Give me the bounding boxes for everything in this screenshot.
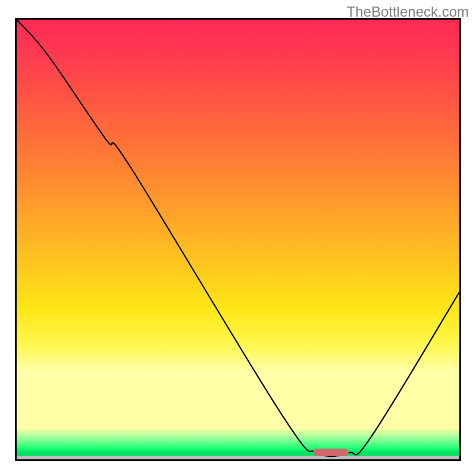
watermark-text: TheBottleneck.com (347, 4, 469, 20)
bottleneck-curve-path (17, 20, 459, 456)
optimum-marker (313, 449, 349, 456)
bottleneck-curve (17, 20, 459, 459)
chart-frame (15, 18, 461, 461)
